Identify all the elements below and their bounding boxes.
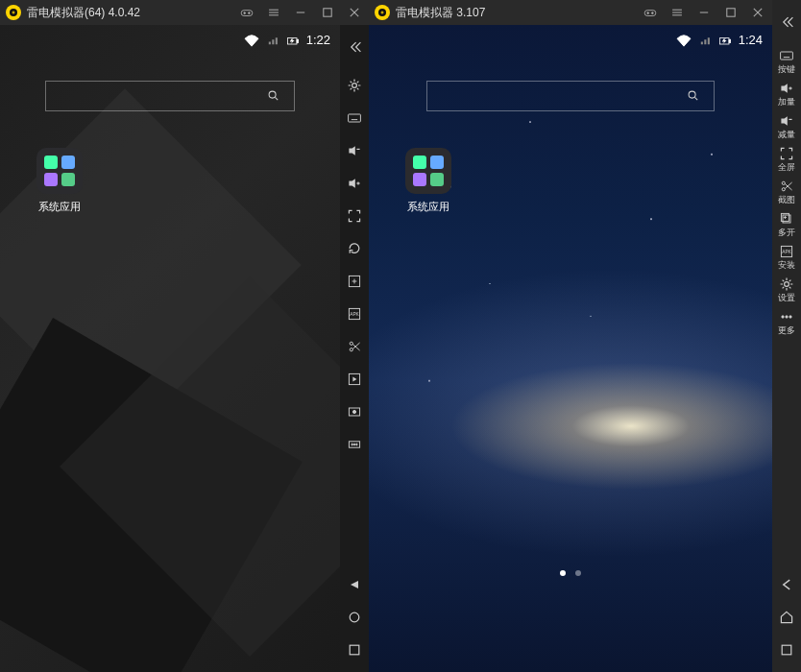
app-label: 系统应用: [29, 200, 90, 214]
gamepad-icon[interactable]: [238, 4, 255, 21]
emulator-right: 雷电模拟器 3.107 1:24 系统应用: [369, 0, 772, 672]
folder-icon: [36, 148, 83, 194]
nav-recents-icon[interactable]: [772, 634, 801, 666]
more-button[interactable]: 更多: [772, 305, 801, 338]
dot-inactive: [575, 570, 581, 576]
more-icon[interactable]: [340, 428, 369, 461]
collapse-icon[interactable]: [340, 31, 369, 63]
battery-icon: [717, 34, 733, 47]
fullscreen-icon[interactable]: [340, 200, 369, 232]
fullscreen-button[interactable]: 全屏: [772, 142, 801, 175]
titlebar-right: 雷电模拟器 3.107: [369, 0, 772, 25]
emulator-left: 雷电模拟器(64) 4.0.42 1:22: [0, 0, 369, 672]
titlebar-left: 雷电模拟器(64) 4.0.42: [0, 0, 369, 25]
wallpaper-geometric: [0, 25, 340, 672]
android-screen-left[interactable]: 1:22 系统应用: [0, 25, 340, 672]
volume-up-icon[interactable]: [340, 167, 369, 200]
wifi-icon: [675, 34, 692, 47]
close-icon[interactable]: [346, 4, 363, 21]
nav-home-icon[interactable]: [340, 601, 369, 634]
status-bar: 1:24: [675, 33, 763, 47]
collapse-icon[interactable]: [772, 6, 801, 38]
close-icon[interactable]: [749, 4, 766, 21]
menu-icon[interactable]: [668, 4, 686, 21]
add-icon[interactable]: [340, 265, 369, 298]
window-title: 雷电模拟器(64) 4.0.42: [27, 5, 238, 21]
volume-down-icon[interactable]: [340, 134, 369, 167]
minimize-icon[interactable]: [695, 4, 713, 21]
rotate-icon[interactable]: [340, 232, 369, 265]
nav-back-icon[interactable]: [340, 568, 369, 601]
wifi-icon: [243, 34, 260, 47]
maximize-icon[interactable]: [319, 4, 336, 21]
logo-icon: [6, 5, 21, 20]
keyboard-icon[interactable]: [340, 102, 369, 134]
search-input[interactable]: [45, 81, 295, 111]
multi-instance-button[interactable]: 多开: [772, 207, 801, 240]
gamepad-icon[interactable]: [642, 4, 659, 21]
clock: 1:22: [306, 33, 330, 47]
screenshot-button[interactable]: 截图: [772, 175, 801, 207]
nav-back-icon[interactable]: [772, 568, 801, 601]
settings-icon[interactable]: [340, 69, 369, 102]
clock: 1:24: [739, 33, 763, 47]
volume-down-button[interactable]: 减量: [772, 109, 801, 142]
search-icon: [687, 89, 700, 103]
install-apk-button[interactable]: 安装: [772, 240, 801, 273]
search-input[interactable]: [426, 81, 715, 111]
battery-icon: [285, 34, 301, 47]
dot-active: [560, 570, 566, 576]
window-title: 雷电模拟器 3.107: [396, 5, 642, 21]
logo-icon: [375, 5, 390, 20]
nav-recents-icon[interactable]: [340, 634, 369, 666]
android-screen-right[interactable]: 1:24 系统应用: [369, 25, 772, 672]
keymap-button[interactable]: 按键: [772, 44, 801, 77]
search-icon: [267, 89, 280, 103]
settings-button[interactable]: 设置: [772, 273, 801, 305]
apk-icon[interactable]: [340, 298, 369, 330]
folder-icon: [405, 148, 451, 194]
toolbar-right: 按键 加量 减量 全屏 截图 多开 安装 设置 更多: [772, 0, 801, 672]
app-system[interactable]: 系统应用: [29, 148, 90, 214]
scissors-icon[interactable]: [340, 330, 369, 363]
nav-home-icon[interactable]: [772, 601, 801, 634]
app-label: 系统应用: [398, 200, 459, 214]
signal-icon: [698, 34, 712, 47]
page-indicator: [560, 570, 581, 576]
status-bar: 1:22: [243, 33, 330, 47]
app-system[interactable]: 系统应用: [398, 148, 459, 214]
minimize-icon[interactable]: [292, 4, 309, 21]
maximize-icon[interactable]: [722, 4, 740, 21]
volume-up-button[interactable]: 加量: [772, 77, 801, 109]
play-icon[interactable]: [340, 363, 369, 396]
menu-icon[interactable]: [265, 4, 282, 21]
record-icon[interactable]: [340, 396, 369, 428]
signal-icon: [266, 34, 279, 47]
toolbar-left: [340, 25, 369, 672]
